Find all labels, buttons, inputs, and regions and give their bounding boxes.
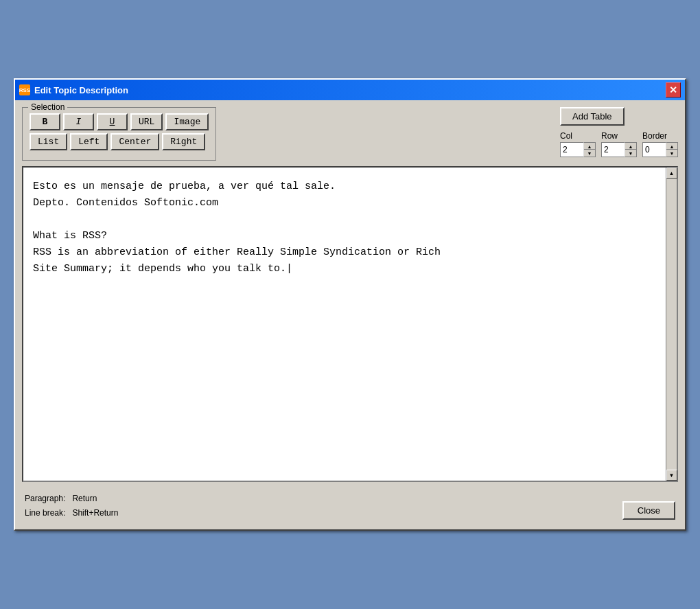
selection-group: Selection B I U URL Image List Left Cent… bbox=[22, 107, 216, 161]
row-spinner[interactable]: ▲ ▼ bbox=[601, 142, 637, 157]
content-line4: What is RSS? bbox=[33, 228, 656, 244]
left-button[interactable]: Left bbox=[70, 133, 108, 150]
url-button[interactable]: URL bbox=[130, 113, 163, 130]
format-buttons-row2: List Left Center Right bbox=[30, 133, 209, 150]
linebreak-value: Shift+Return bbox=[72, 508, 118, 518]
underline-button[interactable]: U bbox=[97, 113, 128, 130]
border-arrows: ▲ ▼ bbox=[666, 142, 678, 157]
list-button[interactable]: List bbox=[30, 133, 67, 150]
paragraph-status: Paragraph: Return bbox=[25, 492, 118, 505]
window-body: Selection B I U URL Image List Left Cent… bbox=[15, 100, 685, 529]
scroll-up-button[interactable]: ▲ bbox=[666, 168, 677, 179]
toolbar-area: Selection B I U URL Image List Left Cent… bbox=[22, 107, 678, 161]
row-param-group: Row ▲ ▼ bbox=[601, 131, 637, 157]
col-param-group: Col ▲ ▼ bbox=[560, 131, 596, 157]
scroll-down-button[interactable]: ▼ bbox=[666, 470, 677, 481]
linebreak-label: Line break: bbox=[25, 508, 65, 518]
editor-scrollbar: ▲ ▼ bbox=[666, 168, 677, 481]
paragraph-label: Paragraph: bbox=[25, 494, 65, 503]
table-params: Col ▲ ▼ Row bbox=[560, 131, 678, 157]
col-up-button[interactable]: ▲ bbox=[584, 143, 595, 150]
window-close-button[interactable]: ✕ bbox=[666, 82, 681, 97]
content-line2: Depto. Contenidos Softonic.com bbox=[33, 195, 656, 211]
linebreak-status: Line break: Shift+Return bbox=[25, 506, 118, 520]
col-down-button[interactable]: ▼ bbox=[584, 150, 595, 157]
col-arrows: ▲ ▼ bbox=[583, 142, 596, 157]
content-line3 bbox=[33, 211, 656, 228]
editor-area[interactable]: Esto es un mensaje de prueba, a ver qué … bbox=[22, 166, 678, 482]
border-spinner[interactable]: ▲ ▼ bbox=[642, 142, 678, 157]
add-table-button[interactable]: Add Table bbox=[560, 107, 625, 126]
center-button[interactable]: Center bbox=[110, 133, 159, 150]
border-input[interactable] bbox=[642, 142, 666, 157]
paragraph-value: Return bbox=[72, 494, 97, 503]
border-label: Border bbox=[642, 131, 678, 141]
content-line1: Esto es un mensaje de prueba, a ver qué … bbox=[33, 179, 656, 195]
border-down-button[interactable]: ▼ bbox=[666, 150, 677, 157]
row-input[interactable] bbox=[601, 142, 625, 157]
scroll-track bbox=[666, 179, 677, 470]
row-arrows: ▲ ▼ bbox=[625, 142, 637, 157]
image-button[interactable]: Image bbox=[165, 113, 209, 130]
window-title: Edit Topic Description bbox=[34, 85, 128, 95]
status-text: Paragraph: Return Line break: Shift+Retu… bbox=[25, 492, 118, 520]
bold-button[interactable]: B bbox=[30, 113, 60, 130]
content-line6: Site Summary; it depends who you talk to… bbox=[33, 261, 656, 277]
col-input[interactable] bbox=[560, 142, 583, 157]
format-buttons-row1: B I U URL Image bbox=[30, 113, 209, 130]
row-down-button[interactable]: ▼ bbox=[625, 150, 636, 157]
close-button[interactable]: Close bbox=[622, 501, 675, 520]
col-spinner[interactable]: ▲ ▼ bbox=[560, 142, 596, 157]
title-bar: RSS Edit Topic Description ✕ bbox=[15, 80, 685, 100]
row-label: Row bbox=[601, 131, 637, 141]
border-up-button[interactable]: ▲ bbox=[666, 143, 677, 150]
selection-legend: Selection bbox=[28, 102, 67, 112]
title-bar-left: RSS Edit Topic Description bbox=[19, 84, 128, 95]
row-up-button[interactable]: ▲ bbox=[625, 143, 636, 150]
italic-button[interactable]: I bbox=[63, 113, 94, 130]
main-window: RSS Edit Topic Description ✕ Selection B… bbox=[14, 78, 686, 531]
border-param-group: Border ▲ ▼ bbox=[642, 131, 678, 157]
rss-icon: RSS bbox=[19, 84, 30, 95]
status-bar: Paragraph: Return Line break: Shift+Retu… bbox=[22, 487, 678, 522]
table-controls: Add Table Col ▲ ▼ Row bbox=[560, 107, 678, 157]
editor-content[interactable]: Esto es un mensaje de prueba, a ver qué … bbox=[23, 168, 666, 481]
content-line5: RSS is an abbreviation of either Really … bbox=[33, 244, 656, 261]
col-label: Col bbox=[560, 131, 596, 141]
right-button[interactable]: Right bbox=[162, 133, 205, 150]
